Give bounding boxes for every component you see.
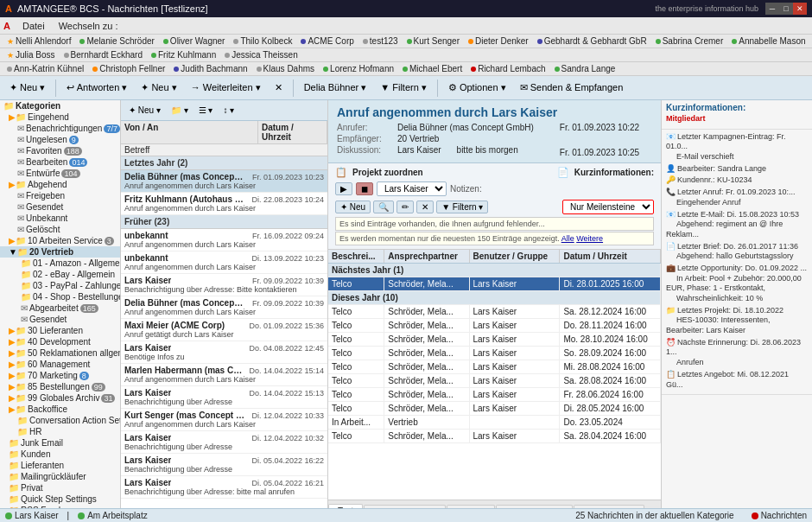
fav-item[interactable]: Bernhardt Eckhard — [60, 49, 146, 60]
msg-item[interactable]: Lars Kaiser Di. 05.04.2022 16:21 Benachr… — [121, 476, 327, 499]
fav-item[interactable]: Dieter Denker — [465, 35, 532, 47]
msg-item[interactable]: Delia Bühner (mas Concept GmbH) Fr. 01.0… — [121, 170, 327, 193]
fav-item[interactable]: Jessica Theissen — [221, 49, 301, 60]
sidebar-item-amazon[interactable]: 📁 01 - Amazon - Allgemein — [0, 258, 120, 269]
act-row[interactable]: Telco Schröder, Mela... Lars Kaiser So. … — [328, 347, 661, 360]
proj-play-btn[interactable]: ▶ — [335, 182, 352, 195]
sidebar-item-privat[interactable]: 📁 Privat — [0, 482, 120, 493]
act-row[interactable]: Telco Schröder, Mela... Lars Kaiser Fr. … — [328, 388, 661, 402]
new2-btn[interactable]: ✦ Neu ▾ — [135, 80, 182, 96]
fav-item[interactable]: test123 — [359, 35, 402, 47]
antworten-btn[interactable]: ↩ Antworten ▾ — [60, 80, 133, 96]
act-row[interactable]: Telco Schröder, Mela... Lars Kaiser Sa. … — [328, 305, 661, 319]
msg-item[interactable]: unbekannt Fr. 16.09.2022 09:24 Anruf ang… — [121, 229, 327, 251]
sidebar-item-benachrichtigungen[interactable]: ✉ Benachrichtigungen 7/7 — [0, 123, 120, 134]
sub-item[interactable]: Ann-Katrin Kühnel — [3, 63, 87, 74]
sidebar-item-99archiv[interactable]: ▶📁 99 Globales Archiv 31 — [0, 392, 120, 404]
weiterleiten-btn[interactable]: → Weiterleiten ▾ — [185, 80, 267, 96]
maximize-btn[interactable]: □ — [779, 3, 793, 15]
sub-item[interactable]: Klaus Dahms — [253, 63, 318, 74]
sidebar-item[interactable]: 📁 Kategorien — [0, 100, 120, 111]
senden-empfangen-btn[interactable]: ✉ Senden & Empfangen — [514, 80, 630, 96]
act-row[interactable]: Telco Schröder, Mela... Lars Kaiser Mi. … — [328, 360, 661, 374]
delia-filter-btn[interactable]: Delia Bühner ▾ — [298, 80, 373, 96]
close-btn[interactable]: ✕ — [793, 3, 807, 15]
fav-item[interactable]: ★ Julia Boss — [3, 49, 59, 60]
sidebar-item-40dev[interactable]: ▶📁 40 Development — [0, 336, 120, 347]
ms-new-btn[interactable]: ✦ Neu — [335, 201, 371, 213]
ms-edit-btn[interactable]: ✏ — [396, 201, 414, 213]
ms-filter-btn[interactable]: ▼ Filtern ▾ — [436, 201, 488, 213]
sidebar-item-shop[interactable]: 📁 04 - Shop - Bestellungen — [0, 291, 120, 302]
filtern-btn[interactable]: ▼ Filtern ▾ — [374, 80, 433, 96]
fav-item[interactable]: Oliver Wagner — [160, 35, 229, 47]
ms-del-btn[interactable]: ✕ — [416, 201, 434, 213]
sidebar-item-entw[interactable]: ✉ Entwürfe 104 — [0, 168, 120, 179]
sidebar-item-hr[interactable]: 📁 HR — [0, 426, 120, 437]
msg-item[interactable]: Lars Kaiser Di. 12.04.2022 10:32 Benachr… — [121, 431, 327, 454]
sub-item[interactable]: Richard Lembach — [467, 63, 549, 74]
fav-item[interactable]: Sabrina Cremer — [652, 35, 727, 47]
ms-search-btn[interactable]: 🔍 — [373, 201, 394, 213]
act-row[interactable]: Telco Schröder, Mela... Lars Kaiser Sa. … — [328, 430, 661, 443]
msg-item[interactable]: Lars Kaiser Do. 04.08.2022 12:45 Benötig… — [121, 341, 327, 364]
sidebar-item-kunden[interactable]: 📁 Kunden — [0, 449, 120, 460]
sidebar-item-50rekl[interactable]: ▶📁 50 Reklamationen allgemein — [0, 347, 120, 359]
fav-item[interactable]: ACME Corp — [297, 35, 357, 47]
sidebar-item-gesendet2[interactable]: ✉ Gesendet — [0, 314, 120, 325]
sidebar-item-70mkt[interactable]: ▶📁 70 Marketing 8 — [0, 370, 120, 381]
fav-item[interactable]: ★ Nelli Ahlendorf — [3, 35, 74, 47]
msglist-sort-btn[interactable]: ↕ ▾ — [219, 104, 238, 117]
sidebar-item-30lief[interactable]: ▶📁 30 Lieferanten — [0, 325, 120, 336]
delete-btn[interactable]: ✕ — [269, 80, 289, 96]
sidebar-item-60mgmt[interactable]: ▶📁 60 Management — [0, 359, 120, 370]
sidebar-item-gesendet[interactable]: ✉ Gesendet — [0, 201, 120, 213]
msg-item[interactable]: Fritz Kuhlmann (Autohaus Kuhlma... Di. 2… — [121, 193, 327, 215]
fav-item[interactable]: Thilo Kolbeck — [230, 35, 295, 47]
sidebar-item-favoriten[interactable]: ✉ Favoriten 188 — [0, 145, 120, 156]
proj-select[interactable]: Lars Kaiser — [377, 181, 447, 196]
sidebar-item-junk[interactable]: 📁 Junk Email — [0, 437, 120, 449]
sub-item[interactable]: Christoph Fellner — [89, 63, 168, 74]
act-row[interactable]: Telco Schröder, Mela... Lars Kaiser Sa. … — [328, 374, 661, 388]
act-row[interactable]: In Arbeit... Vertrieb Do. 23.05.2024 — [328, 416, 661, 430]
sidebar-item-lieferanten[interactable]: 📁 Lieferanten — [0, 460, 120, 471]
milestone-dropdown[interactable]: Nur Meilensteine — [562, 200, 654, 214]
optionen-btn[interactable]: ⚙ Optionen ▾ — [442, 80, 512, 96]
msg-item[interactable]: Maxi Meier (ACME Corp) Do. 01.09.2022 15… — [121, 319, 327, 341]
new-btn[interactable]: ✦ Neu ▾ — [3, 80, 51, 96]
sidebar-item-ungelesen[interactable]: ✉ Ungelesen 9 — [0, 134, 120, 145]
sidebar-item-abgearbeitet[interactable]: ✉ Abgearbeitet 165 — [0, 302, 120, 314]
sidebar-item-backoffice[interactable]: ▶📁 Backoffice — [0, 404, 120, 415]
menu-datei[interactable]: Datei — [16, 19, 52, 33]
fav-item[interactable]: Kurt Senger — [403, 35, 463, 47]
sidebar-item-ebay[interactable]: 📁 02 - eBay - Allgemein — [0, 269, 120, 280]
msg-item[interactable]: Lars Kaiser Fr. 09.09.2022 10:39 Benachr… — [121, 274, 327, 296]
act-row[interactable]: Telco Schröder, Mela... Lars Kaiser Do. … — [328, 319, 661, 333]
msg-item[interactable]: Lars Kaiser Do. 14.04.2022 15:13 Benachr… — [121, 386, 327, 409]
sidebar-item-unbekannt[interactable]: ✉ Unbekannt — [0, 213, 120, 224]
act-row[interactable]: Telco Schröder, Mela... Lars Kaiser Mo. … — [328, 333, 661, 347]
act-row[interactable]: Telco Schröder, Mela... Lars Kaiser Di. … — [328, 402, 661, 416]
sidebar-item-freigeben[interactable]: ✉ Freigeben — [0, 190, 120, 201]
fav-item[interactable]: Fritz Kuhlmann — [148, 49, 219, 60]
minimize-btn[interactable]: ─ — [765, 3, 779, 15]
sidebar-item-abgehend[interactable]: ▶📁 Abgehend — [0, 179, 120, 190]
msg-item[interactable]: Lars Kaiser Di. 05.04.2022 16:22 Benachr… — [121, 454, 327, 476]
sub-item[interactable]: Lorenz Hofmann — [320, 63, 397, 74]
msg-item[interactable]: Marlen Habermann (mas Concept... Do. 14.… — [121, 364, 327, 386]
menu-wechseln[interactable]: Wechseln zu : — [52, 19, 125, 33]
msg-item[interactable]: Kurt Senger (mas Concept GmbH) Di. 12.04… — [121, 409, 327, 431]
sidebar-item-20vertrieb[interactable]: ▼📁 20 Vertrieb — [0, 246, 120, 258]
sidebar-item-paypal[interactable]: 📁 03 - PayPal - Zahlungen — [0, 280, 120, 291]
sub-item[interactable]: Judith Bachmann — [170, 63, 251, 74]
sidebar-item-bearbeiten[interactable]: ✉ Bearbeiten 014 — [0, 156, 120, 168]
sidebar-item-mailing[interactable]: 📁 Mailingrückläufer — [0, 471, 120, 482]
fav-item[interactable]: Gebhardt & Gebhardt GbR — [534, 35, 650, 47]
msglist-folder-btn[interactable]: 📁 ▾ — [167, 104, 193, 117]
msg-item[interactable]: Delia Bühner (mas Concept GmbH) Fr. 09.0… — [121, 296, 327, 319]
sidebar-item-eingehend[interactable]: ▶📁 Eingehend — [0, 111, 120, 123]
sub-item[interactable]: Michael Ebert — [399, 63, 466, 74]
sidebar-item-85best[interactable]: ▶📁 85 Bestellungen 99 — [0, 381, 120, 392]
sub-item[interactable]: Sandra Lange — [551, 63, 619, 74]
